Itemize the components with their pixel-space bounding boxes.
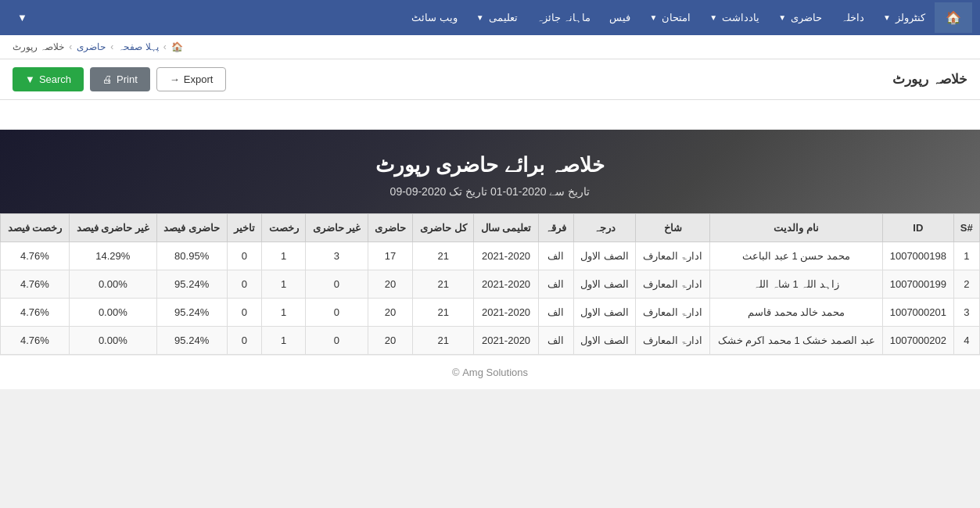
export-button[interactable]: → Export [156, 67, 227, 91]
filter-bar [0, 100, 980, 130]
table-cell: 1007000202 [883, 327, 954, 355]
report-title: خلاصہ برائے حاضری رپورٹ [16, 153, 964, 177]
table-cell: 0 [305, 327, 368, 355]
table-cell: 20 [368, 270, 413, 299]
table-row: 41007000202عبد الصمد خشک 1 محمد اکرم خشک… [1, 327, 980, 355]
col-header-present: حاضری [368, 214, 413, 242]
nav-dropdown-toggle[interactable]: ▼ [8, 4, 37, 31]
table-cell: 2 [953, 270, 979, 299]
nav-item-kontrolz[interactable]: کنٹرولز ▼ [874, 4, 935, 31]
filter-icon: ▼ [25, 73, 35, 85]
breadcrumb-home-icon[interactable]: 🏠 [171, 41, 183, 52]
table-cell: 0 [227, 242, 262, 270]
attendance-table: #S ID نام والدیت شاخ درجہ فرقہ تعلیمی سا… [0, 213, 980, 355]
table-cell: ادارۃ المعارف [636, 299, 710, 327]
col-header-branch: شاخ [636, 214, 710, 242]
table-cell: 0 [305, 299, 368, 327]
col-header-section: فرقہ [538, 214, 573, 242]
table-cell: زاہد اللہ 1 شاہ اللہ [710, 270, 883, 299]
table-cell: 1 [262, 242, 306, 270]
table-cell: 0 [227, 327, 262, 355]
table-cell: 21 [413, 327, 474, 355]
table-cell: 4.76% [1, 327, 70, 355]
chevron-down-icon: ▼ [709, 13, 717, 22]
col-header-grade: درجہ [573, 214, 636, 242]
table-cell: 2021-2020 [474, 270, 539, 299]
breadcrumb-home-link[interactable]: پہلا صفحہ [118, 41, 158, 52]
table-row: 21007000199زاہد اللہ 1 شاہ اللہادارۃ الم… [1, 270, 980, 299]
table-cell: 95.24% [156, 299, 227, 327]
footer-text: Amg Solutions © [452, 367, 528, 378]
table-header-row: #S ID نام والدیت شاخ درجہ فرقہ تعلیمی سا… [1, 214, 980, 242]
nav-item-hazri[interactable]: حاضری ▼ [769, 4, 831, 31]
table-cell: 2021-2020 [474, 242, 539, 270]
table-cell: 17 [368, 242, 413, 270]
table-cell: 21 [413, 299, 474, 327]
chevron-down-icon: ▼ [649, 13, 657, 22]
col-header-s: #S [953, 214, 979, 242]
table-cell: الصف الاول [573, 327, 636, 355]
nav-item-yaddaasht[interactable]: یادداشت ▼ [700, 4, 769, 31]
col-header-id: ID [883, 214, 954, 242]
nav-item-imtihaan[interactable]: امتحان ▼ [640, 4, 700, 31]
breadcrumb-current: خلاصہ رپورٹ [13, 41, 64, 52]
table-cell: 3 [953, 299, 979, 327]
nav-item-website[interactable]: ویب سائٹ [402, 4, 467, 31]
export-icon: → [170, 73, 180, 85]
toolbar: خلاصہ رپورٹ ▼ Search 🖨 Print → Export [0, 59, 980, 100]
page-title: خلاصہ رپورٹ [892, 71, 967, 88]
breadcrumb-hazri-link[interactable]: حاضری [77, 41, 106, 52]
nav-item-dakhlah[interactable]: داخلہ [831, 4, 874, 31]
table-cell: 0 [305, 270, 368, 299]
nav-item-taleemi[interactable]: تعلیمی ▼ [467, 4, 527, 31]
navbar: 🏠 کنٹرولز ▼ داخلہ حاضری ▼ یادداشت ▼ امتح… [0, 0, 980, 35]
home-button[interactable]: 🏠 [935, 2, 972, 33]
table-cell: 0.00% [69, 299, 156, 327]
table-cell: 21 [413, 270, 474, 299]
table-cell: 4.76% [1, 270, 70, 299]
table-cell: ادارۃ المعارف [636, 270, 710, 299]
col-header-leave-pct: رخصت فیصد [1, 214, 70, 242]
table-cell: 3 [305, 242, 368, 270]
nav-item-fees[interactable]: فیس [600, 4, 640, 31]
table-cell: 21 [413, 242, 474, 270]
col-header-absent-pct: غیر حاضری فیصد [69, 214, 156, 242]
footer: Amg Solutions © [0, 355, 980, 389]
table-cell: 1007000199 [883, 270, 954, 299]
table-cell: 20 [368, 327, 413, 355]
col-header-present-pct: حاضری فیصد [156, 214, 227, 242]
table-cell: 20 [368, 299, 413, 327]
table-cell: 1 [262, 299, 306, 327]
print-button[interactable]: 🖨 Print [90, 67, 150, 91]
col-header-late: تاخیر [227, 214, 262, 242]
table-cell: 1007000198 [883, 242, 954, 270]
table-cell: 0 [227, 270, 262, 299]
table-cell: 4 [953, 327, 979, 355]
table-cell: الف [538, 242, 573, 270]
nav-item-maahana[interactable]: ماہانہ جائزہ [527, 4, 601, 31]
table-cell: 14.29% [69, 242, 156, 270]
search-button[interactable]: ▼ Search [13, 67, 84, 91]
table-cell: الف [538, 327, 573, 355]
table-cell: 95.24% [156, 270, 227, 299]
toolbar-buttons: ▼ Search 🖨 Print → Export [13, 67, 226, 91]
report-header: خلاصہ برائے حاضری رپورٹ تاریخ سے 2020-01… [0, 130, 980, 213]
table-cell: 1007000201 [883, 299, 954, 327]
table-cell: 4.76% [1, 299, 70, 327]
col-header-total: کل حاضری [413, 214, 474, 242]
breadcrumb: 🏠 › پہلا صفحہ › حاضری › خلاصہ رپورٹ [0, 35, 980, 59]
table-row: 31007000201محمد خالد محمد قاسمادارۃ المع… [1, 299, 980, 327]
chevron-down-icon: ▼ [17, 12, 27, 23]
table-cell: 1 [262, 270, 306, 299]
table-cell: 1 [262, 327, 306, 355]
table-cell: 95.24% [156, 327, 227, 355]
table-row: 11007000198محمد حسن 1 عبد الباعثادارۃ ال… [1, 242, 980, 270]
table-cell: ادارۃ المعارف [636, 242, 710, 270]
table-cell: محمد حسن 1 عبد الباعث [710, 242, 883, 270]
chevron-down-icon: ▼ [778, 13, 786, 22]
table-cell: 80.95% [156, 242, 227, 270]
chevron-down-icon: ▼ [476, 13, 484, 22]
table-cell: الصف الاول [573, 299, 636, 327]
table-cell: محمد خالد محمد قاسم [710, 299, 883, 327]
table-cell: 0 [227, 299, 262, 327]
